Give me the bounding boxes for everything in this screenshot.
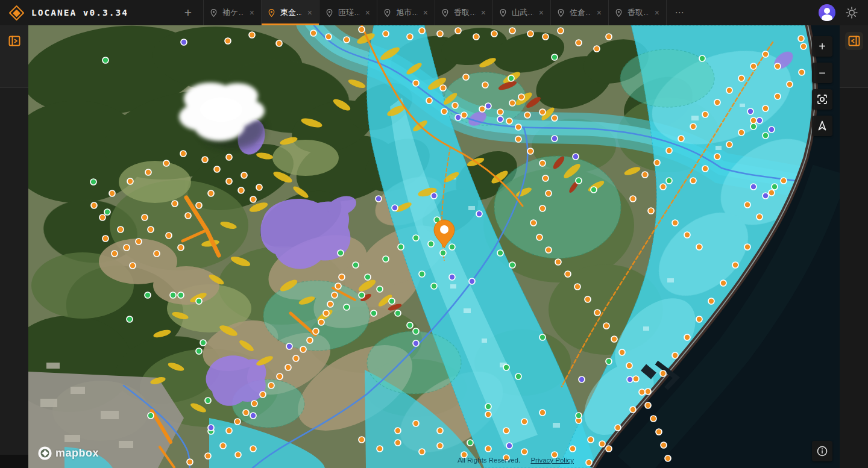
poi-marker[interactable] (473, 34, 479, 40)
poi-marker[interactable] (383, 256, 389, 262)
poi-marker[interactable] (220, 443, 226, 449)
poi-marker[interactable] (650, 416, 656, 422)
poi-marker[interactable] (243, 410, 249, 416)
poi-marker[interactable] (256, 184, 262, 190)
poi-marker[interactable] (441, 108, 447, 114)
poi-marker[interactable] (606, 446, 612, 452)
poi-marker[interactable] (440, 85, 446, 91)
poi-marker[interactable] (226, 178, 232, 184)
poi-marker[interactable] (542, 175, 549, 181)
poi-marker[interactable] (377, 446, 383, 452)
poi-marker[interactable] (521, 449, 527, 455)
poi-marker[interactable] (136, 239, 142, 245)
poi-marker[interactable] (660, 184, 666, 190)
poi-marker[interactable] (763, 51, 769, 57)
poi-marker[interactable] (277, 373, 283, 379)
poi-marker[interactable] (485, 411, 491, 417)
poi-marker[interactable] (327, 301, 333, 307)
poi-marker[interactable] (260, 392, 266, 398)
poi-marker[interactable] (726, 142, 732, 148)
poi-marker[interactable] (383, 31, 389, 37)
poi-marker[interactable] (527, 31, 533, 37)
poi-marker[interactable] (419, 28, 425, 34)
poi-marker[interactable] (630, 196, 636, 202)
poi-marker[interactable] (539, 205, 546, 211)
poi-marker[interactable] (452, 102, 458, 108)
poi-marker[interactable] (250, 196, 256, 202)
poi-marker[interactable] (524, 112, 530, 118)
poi-marker[interactable] (476, 211, 482, 217)
poi-marker[interactable] (750, 184, 756, 190)
tab-close-icon[interactable]: × (596, 7, 603, 18)
zoom-in-button[interactable]: + (812, 36, 832, 57)
poi-marker[interactable] (485, 103, 491, 109)
poi-marker[interactable] (99, 214, 105, 220)
poi-marker[interactable] (104, 209, 110, 215)
poi-marker[interactable] (714, 99, 720, 105)
poi-marker[interactable] (642, 172, 648, 178)
poi-marker[interactable] (413, 235, 419, 241)
poi-marker[interactable] (310, 30, 316, 36)
poi-marker[interactable] (660, 370, 666, 376)
poi-marker[interactable] (542, 34, 549, 40)
poi-marker[interactable] (419, 271, 425, 277)
poi-marker[interactable] (250, 413, 256, 419)
poi-marker[interactable] (654, 160, 660, 166)
poi-marker[interactable] (661, 442, 667, 448)
poi-marker[interactable] (690, 123, 696, 129)
tab-4[interactable]: 香取…× (435, 0, 493, 25)
poi-marker[interactable] (323, 310, 329, 316)
poi-marker[interactable] (696, 316, 702, 322)
poi-marker[interactable] (684, 334, 690, 340)
poi-marker[interactable] (208, 190, 214, 196)
poi-marker[interactable] (196, 298, 202, 304)
poi-marker[interactable] (626, 363, 632, 369)
poi-marker[interactable] (756, 214, 763, 220)
poi-marker[interactable] (619, 349, 625, 355)
poi-marker[interactable] (539, 160, 546, 166)
poi-marker[interactable] (744, 202, 750, 208)
poi-marker[interactable] (286, 343, 292, 349)
poi-marker[interactable] (395, 440, 401, 446)
poi-marker[interactable] (497, 109, 503, 115)
poi-marker[interactable] (437, 31, 443, 37)
poi-marker[interactable] (546, 247, 552, 253)
tab-7[interactable]: 香取…× (609, 0, 667, 25)
poi-marker[interactable] (552, 136, 558, 142)
poi-marker[interactable] (798, 36, 804, 42)
poi-marker[interactable] (497, 250, 503, 256)
poi-marker[interactable] (756, 117, 763, 123)
poi-marker[interactable] (684, 232, 690, 238)
poi-marker[interactable] (497, 116, 503, 122)
poi-marker[interactable] (530, 220, 536, 226)
tab-close-icon[interactable]: × (422, 7, 429, 18)
poi-marker[interactable] (763, 133, 769, 139)
poi-marker[interactable] (208, 425, 214, 431)
poi-marker[interactable] (225, 38, 231, 44)
privacy-policy-link[interactable]: Privacy Policy (530, 457, 574, 464)
tab-3[interactable]: 旭市…× (377, 0, 435, 25)
poi-marker[interactable] (645, 388, 651, 395)
poi-marker[interactable] (154, 251, 160, 257)
poi-marker[interactable] (469, 278, 475, 284)
poi-marker[interactable] (606, 34, 612, 40)
poi-marker[interactable] (214, 166, 220, 172)
poi-marker[interactable] (241, 172, 247, 178)
poi-marker[interactable] (250, 446, 256, 452)
tab-close-icon[interactable]: × (480, 7, 487, 18)
poi-marker[interactable] (539, 410, 546, 416)
new-tab-button[interactable]: + (179, 4, 197, 22)
poi-marker[interactable] (775, 93, 781, 99)
poi-marker[interactable] (178, 245, 184, 251)
poi-marker[interactable] (714, 154, 720, 160)
poi-marker[interactable] (672, 220, 678, 226)
poi-marker[interactable] (392, 205, 398, 211)
poi-marker[interactable] (431, 193, 437, 199)
zoom-out-button[interactable]: − (812, 63, 832, 83)
poi-marker[interactable] (763, 105, 769, 111)
poi-marker[interactable] (353, 262, 359, 268)
poi-marker[interactable] (196, 348, 202, 354)
poi-marker[interactable] (799, 69, 805, 75)
poi-marker[interactable] (552, 115, 558, 121)
poi-marker[interactable] (656, 429, 662, 435)
